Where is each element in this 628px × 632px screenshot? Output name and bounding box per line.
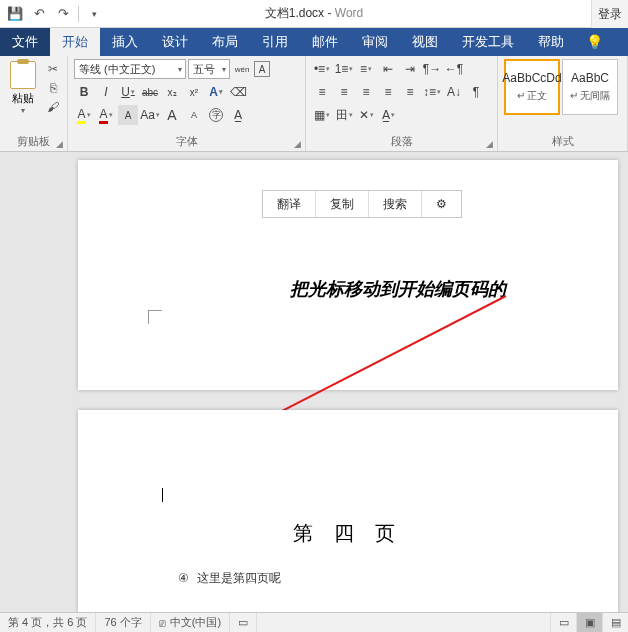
dialog-launcher-icon[interactable]: ◢ [486, 139, 493, 149]
font-size-combo[interactable]: 五号 [188, 59, 230, 79]
clear-formatting-button[interactable]: ⌫ [228, 82, 248, 102]
justify-button[interactable]: ≡ [378, 82, 398, 102]
group-clipboard: 粘贴 ▾ ✂ ⎘ 🖌 剪贴板◢ [0, 56, 68, 151]
font-color-button[interactable]: A▾ [96, 105, 116, 125]
annotation-text: 把光标移动到开始编页码的 [290, 277, 506, 301]
grow-font-button[interactable]: A [162, 105, 182, 125]
distributed-button[interactable]: ≡ [400, 82, 420, 102]
bold-button[interactable]: B [74, 82, 94, 102]
undo-icon[interactable]: ↶ [28, 3, 50, 25]
format-painter-icon[interactable]: 🖌 [44, 99, 62, 115]
tab-insert[interactable]: 插入 [100, 28, 150, 56]
superscript-button[interactable]: x² [184, 82, 204, 102]
asian-layout-button[interactable]: ✕▾ [356, 105, 376, 125]
view-read-icon[interactable]: ▭ [550, 613, 576, 633]
copy-button[interactable]: 复制 [316, 191, 369, 217]
clipboard-icon [10, 61, 36, 89]
change-case-button[interactable]: Aa▾ [140, 105, 160, 125]
align-right-button[interactable]: ≡ [356, 82, 376, 102]
page-prev[interactable]: 翻译 复制 搜索 ⚙ [78, 160, 618, 390]
italic-button[interactable]: I [96, 82, 116, 102]
page-current[interactable]: 第 四 页 ④这里是第四页呢 [78, 410, 618, 612]
tab-home[interactable]: 开始 [50, 28, 100, 56]
tab-view[interactable]: 视图 [400, 28, 450, 56]
subscript-button[interactable]: x₂ [162, 82, 182, 102]
tab-references[interactable]: 引用 [250, 28, 300, 56]
group-font: 等线 (中文正文) 五号 wén A B I U▾ abc x₂ x² A▾ ⌫… [68, 56, 306, 151]
shrink-font-button[interactable]: A [184, 105, 204, 125]
bullets-button[interactable]: •≡▾ [312, 59, 332, 79]
dialog-launcher-icon[interactable]: ◢ [56, 139, 63, 149]
font-fit-button[interactable]: A̲ [228, 105, 248, 125]
status-page[interactable]: 第 4 页，共 6 页 [0, 613, 96, 632]
ltr-button[interactable]: ¶→ [422, 59, 442, 79]
sort-button[interactable]: A↓ [444, 82, 464, 102]
group-label-clipboard: 剪贴板 [17, 135, 50, 147]
increase-indent-button[interactable]: ⇥ [400, 59, 420, 79]
font-name-combo[interactable]: 等线 (中文正文) [74, 59, 186, 79]
style-no-spacing[interactable]: AaBbC ↵ 无间隔 [562, 59, 618, 115]
character-border-button[interactable]: A [254, 61, 270, 77]
window-title: 文档1.docx - Word [265, 5, 363, 22]
ribbon: 粘贴 ▾ ✂ ⎘ 🖌 剪贴板◢ 等线 (中文正文) 五号 wén A B I [0, 56, 628, 152]
tab-file[interactable]: 文件 [0, 28, 50, 56]
numbering-button[interactable]: 1≡▾ [334, 59, 354, 79]
status-word-count[interactable]: 76 个字 [96, 613, 150, 632]
align-left-button[interactable]: ≡ [312, 82, 332, 102]
view-buttons: ▭ ▣ ▤ [550, 613, 628, 633]
qat-customize-icon[interactable]: ▾ [83, 3, 105, 25]
text-effects-button[interactable]: A▾ [206, 82, 226, 102]
tab-developer[interactable]: 开发工具 [450, 28, 526, 56]
mini-toolbar: 翻译 复制 搜索 ⚙ [262, 190, 462, 218]
quick-access-toolbar: 💾 ↶ ↷ ▾ [0, 3, 109, 25]
group-paragraph: •≡▾ 1≡▾ ≡▾ ⇤ ⇥ ¶→ ←¶ ≡ ≡ ≡ ≡ ≡ ↕≡▾ A↓ ¶ … [306, 56, 498, 151]
title-bar: 💾 ↶ ↷ ▾ 文档1.docx - Word 登录 [0, 0, 628, 28]
tab-review[interactable]: 审阅 [350, 28, 400, 56]
copy-icon[interactable]: ⎘ [44, 80, 62, 96]
para-spacing-button[interactable]: A̲▾ [378, 105, 398, 125]
multilevel-list-button[interactable]: ≡▾ [356, 59, 376, 79]
status-bar: 第 4 页，共 6 页 76 个字 ⎚ 中文(中国) ▭ ▭ ▣ ▤ [0, 612, 628, 632]
align-center-button[interactable]: ≡ [334, 82, 354, 102]
ribbon-tabs: 文件 开始 插入 设计 布局 引用 邮件 审阅 视图 开发工具 帮助 💡 [0, 28, 628, 56]
view-web-icon[interactable]: ▤ [602, 613, 628, 633]
tab-layout[interactable]: 布局 [200, 28, 250, 56]
translate-button[interactable]: 翻译 [263, 191, 316, 217]
search-button[interactable]: 搜索 [369, 191, 422, 217]
tab-design[interactable]: 设计 [150, 28, 200, 56]
tab-mail[interactable]: 邮件 [300, 28, 350, 56]
paste-label: 粘贴 [12, 91, 34, 106]
shading-button[interactable]: ▦▾ [312, 105, 332, 125]
group-label-paragraph: 段落 [391, 135, 413, 147]
dialog-launcher-icon[interactable]: ◢ [294, 139, 301, 149]
view-print-icon[interactable]: ▣ [576, 613, 602, 633]
login-button[interactable]: 登录 [591, 0, 628, 28]
status-track-changes[interactable]: ▭ [230, 613, 257, 632]
paste-button[interactable]: 粘贴 ▾ [6, 59, 40, 117]
borders-button[interactable]: 田▾ [334, 105, 354, 125]
style-normal[interactable]: AaBbCcDd ↵ 正文 [504, 59, 560, 115]
redo-icon[interactable]: ↷ [52, 3, 74, 25]
group-styles: AaBbCcDd ↵ 正文 AaBbC ↵ 无间隔 样式 [498, 56, 628, 151]
group-label-styles: 样式 [552, 135, 574, 147]
document-area[interactable]: 翻译 复制 搜索 ⚙ 把光标移动到开始编页码的 第 四 页 ④这里是第四页呢 [0, 152, 628, 612]
tab-help[interactable]: 帮助 [526, 28, 576, 56]
show-marks-button[interactable]: ¶ [466, 82, 486, 102]
rtl-button[interactable]: ←¶ [444, 59, 464, 79]
text-highlight-button[interactable]: A▾ [74, 105, 94, 125]
underline-button[interactable]: U▾ [118, 82, 138, 102]
phonetic-guide-button[interactable]: wén [232, 59, 252, 79]
text-cursor [162, 488, 163, 502]
line-spacing-button[interactable]: ↕≡▾ [422, 82, 442, 102]
character-shading-button[interactable]: A [118, 105, 138, 125]
enclose-characters-button[interactable]: 字 [206, 105, 226, 125]
page-body-line: ④这里是第四页呢 [178, 570, 281, 587]
save-icon[interactable]: 💾 [4, 3, 26, 25]
status-language[interactable]: ⎚ 中文(中国) [151, 613, 230, 632]
cut-icon[interactable]: ✂ [44, 61, 62, 77]
decrease-indent-button[interactable]: ⇤ [378, 59, 398, 79]
settings-button[interactable]: ⚙ [422, 191, 461, 217]
tell-me-icon[interactable]: 💡 [576, 28, 613, 56]
group-label-font: 字体 [176, 135, 198, 147]
strikethrough-button[interactable]: abc [140, 82, 160, 102]
